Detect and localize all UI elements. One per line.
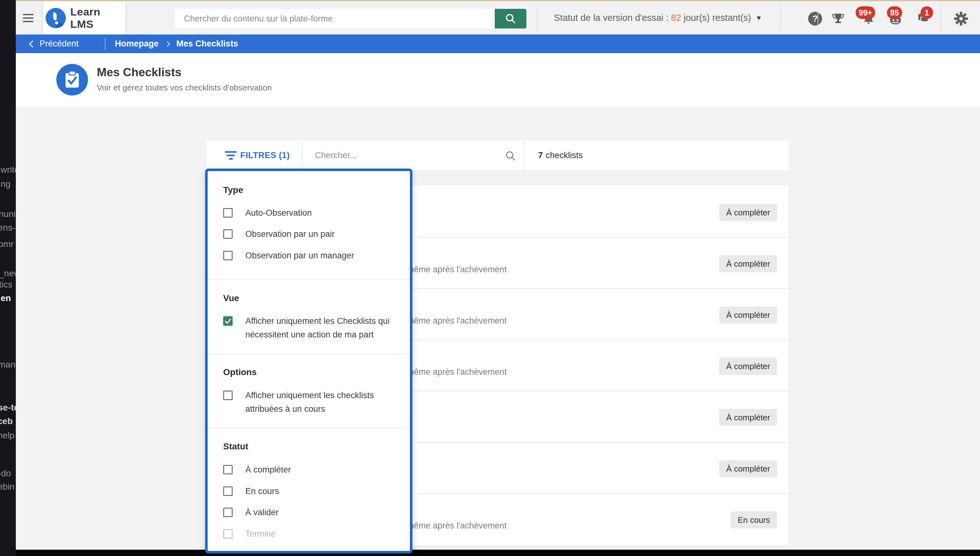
chevron-right-icon (165, 41, 170, 47)
messages-count-badge: 1 (920, 6, 933, 19)
sidebar-item-fragment[interactable]: tics (0, 280, 12, 290)
list-toolbar: FILTRES (1) 7 checklists (206, 141, 789, 170)
checklist-count: 7 checklists (538, 141, 583, 170)
checklist-count-number: 7 (538, 150, 543, 160)
checkbox-observation-manager[interactable] (223, 251, 233, 260)
filter-funnel-icon (224, 151, 237, 160)
checklist-list-panel: À compléter À compléter À compléter À co… (413, 185, 789, 546)
notifications-count-badge: 99+ (855, 6, 875, 19)
checklist-row-subtitle: même après l'achèvement (407, 316, 507, 326)
filter-option-label[interactable]: Observation par un manager (245, 250, 354, 261)
checklist-page-icon (56, 64, 88, 95)
filter-section-heading-options: Options (223, 367, 257, 377)
breadcrumb-bar: Précédent Homepage Mes Checklists (16, 34, 980, 53)
section-divider (207, 428, 410, 428)
sidebar-item-fragment[interactable]: se-te (0, 402, 16, 413)
checkbox-status-a-valider[interactable] (223, 508, 233, 517)
row-divider (413, 442, 789, 443)
filter-option-label[interactable]: Afficher uniquement les Checklists qui n… (245, 314, 418, 341)
top-accent-strip (16, 0, 980, 1)
row-divider (413, 339, 789, 340)
global-search-button[interactable] (495, 9, 526, 29)
topbar-divider (940, 5, 941, 32)
brand-name: Learn LMS (70, 6, 125, 31)
breadcrumb: Homepage Mes Checklists (115, 34, 238, 53)
trial-status[interactable]: Statut de la version d'essai : 82 jour(s… (554, 1, 762, 34)
hamburger-menu-icon[interactable] (23, 14, 34, 23)
filter-section-heading-statut: Statut (223, 441, 248, 452)
sidebar-item-fragment[interactable]: ng (1, 179, 10, 189)
checkbox-status-termine (223, 529, 233, 538)
trial-days-remaining: 82 (671, 13, 681, 23)
chevron-left-icon (29, 40, 36, 47)
topbar-divider (537, 5, 538, 32)
checkbox-status-en-cours[interactable] (223, 486, 233, 496)
search-icon (505, 150, 516, 162)
gamification-trophy-icon[interactable] (831, 12, 845, 26)
sidebar-item-fragment[interactable]: ens-a (0, 223, 16, 233)
sidebar-item-fragment[interactable]: nuni (0, 209, 16, 219)
trial-status-prefix: Statut de la version d'essai : (554, 13, 669, 23)
status-badge: À compléter (719, 204, 777, 221)
global-search-input[interactable] (175, 9, 495, 29)
filters-dropdown: Type Auto-Observation Observation par un… (205, 168, 413, 553)
status-badge: À compléter (719, 409, 777, 426)
help-icon[interactable]: ? (808, 12, 822, 26)
checkbox-action-required[interactable] (223, 316, 233, 326)
filter-option-label[interactable]: Afficher uniquement les checklists attri… (245, 389, 394, 416)
filters-label: FILTRES (1) (240, 150, 290, 160)
sidebar-item-fragment[interactable]: ceb (0, 416, 13, 426)
section-divider (207, 279, 410, 280)
checklist-row-subtitle: même après l'achèvement (407, 521, 507, 531)
app-screen: write ng nuni ens-a omr _nev tics en man… (0, 0, 980, 556)
page-title: Mes Checklists (97, 66, 181, 79)
status-badge: À compléter (719, 255, 777, 272)
filter-option-label[interactable]: À valider (245, 507, 279, 518)
sidebar-item-fragment-active[interactable]: en (1, 293, 11, 303)
chevron-down-icon: ▼ (756, 14, 762, 22)
top-bar: Learn LMS Statut de la version d'essai :… (16, 1, 980, 34)
assistant-count-badge: 85 (887, 6, 902, 19)
brand-logo[interactable]: Learn LMS (43, 1, 125, 34)
breadcrumb-item-homepage[interactable]: Homepage (115, 39, 159, 49)
checklist-search-input[interactable] (302, 141, 523, 170)
row-divider (413, 493, 789, 494)
status-badge: À compléter (719, 460, 777, 477)
row-divider (413, 237, 789, 238)
sidebar-item-fragment[interactable]: -do (0, 469, 11, 478)
toolbar-divider (523, 141, 524, 170)
filters-toggle-button[interactable]: FILTRES (1) (206, 141, 302, 170)
topbar-divider (780, 5, 781, 32)
topbar-divider (818, 5, 818, 32)
filter-section-heading-type: Type (223, 185, 243, 195)
sidebar-item-fragment[interactable]: write (1, 165, 16, 175)
back-button[interactable]: Précédent (30, 34, 78, 53)
page-header: Mes Checklists Voir et gérez toutes vos … (16, 53, 980, 106)
filter-option-label[interactable]: À compléter (245, 464, 291, 475)
check-icon (224, 317, 232, 325)
checklist-row-subtitle: même après l'achèvement (407, 367, 507, 377)
settings-gear-icon[interactable] (953, 11, 969, 26)
sidebar-item-fragment[interactable]: _nev (0, 268, 16, 279)
checkbox-status-a-completer[interactable] (223, 465, 233, 474)
status-badge: En cours (731, 511, 777, 529)
trial-status-suffix: jour(s) restant(s) (684, 13, 751, 23)
checklist-row-subtitle: même après l'achèvement (407, 265, 507, 275)
section-divider (207, 354, 410, 354)
left-sidebar[interactable]: write ng nuni ens-a omr _nev tics en man… (0, 0, 16, 556)
filter-option-label[interactable]: Auto-Observation (245, 207, 312, 218)
filter-option-label[interactable]: En cours (245, 486, 279, 496)
sidebar-item-fragment[interactable]: man (0, 360, 15, 370)
checkbox-course-assigned[interactable] (223, 391, 233, 400)
checkbox-auto-observation[interactable] (223, 208, 233, 218)
sidebar-item-fragment[interactable]: ebin (0, 482, 15, 492)
checkbox-observation-pair[interactable] (223, 229, 233, 239)
sidebar-item-fragment[interactable]: omr (0, 239, 14, 249)
global-search (175, 9, 526, 29)
window-bottom-edge (0, 550, 980, 556)
filter-option-label[interactable]: Observation par un pair (245, 229, 335, 239)
sidebar-item-fragment[interactable]: nelp (0, 430, 15, 441)
row-divider (413, 391, 789, 391)
status-badge: À compléter (719, 358, 777, 375)
learn-lms-logo-icon (45, 8, 66, 28)
